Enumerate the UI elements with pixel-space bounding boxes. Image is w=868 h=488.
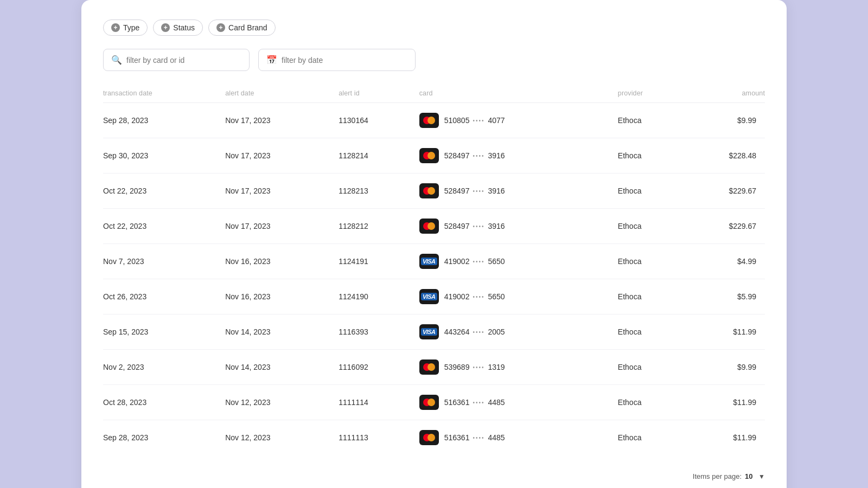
col-transaction-date: transaction date: [103, 84, 225, 103]
card-dots: ••••: [473, 259, 484, 265]
card-icon-visa: VISA: [419, 289, 439, 304]
alert-date: Nov 12, 2023: [225, 420, 339, 455]
alert-date: Nov 17, 2023: [225, 209, 339, 244]
transaction-date: Sep 30, 2023: [103, 138, 225, 174]
card-brand-filter-button[interactable]: + Card Brand: [208, 20, 276, 36]
type-filter-label: Type: [123, 23, 139, 32]
card-cell: VISA 419002 •••• 5650: [419, 244, 618, 279]
search-icon: 🔍: [111, 55, 122, 65]
amount: $229.67: [689, 174, 765, 209]
type-filter-button[interactable]: + Type: [103, 20, 148, 36]
amount: $9.99: [689, 350, 765, 385]
card-icon-mastercard: [419, 113, 439, 128]
amount: $228.48: [689, 138, 765, 174]
alert-id: 1116393: [339, 314, 419, 350]
mastercard-logo: [423, 399, 435, 406]
card-number: 516361 •••• 4485: [444, 398, 505, 407]
provider: Ethoca: [618, 138, 689, 174]
filter-row: + Type + Status + Card Brand: [103, 20, 765, 36]
alert-date: Nov 17, 2023: [225, 103, 339, 138]
card-dots: ••••: [473, 223, 484, 229]
table-row: Nov 2, 2023 Nov 14, 2023 1116092 539689 …: [103, 350, 765, 385]
col-card: card: [419, 84, 618, 103]
alert-id: 1116092: [339, 350, 419, 385]
card-cell: 528497 •••• 3916: [419, 138, 618, 174]
card-dots: ••••: [473, 153, 484, 159]
table-row: Nov 7, 2023 Nov 16, 2023 1124191 VISA 41…: [103, 244, 765, 279]
table-row: Sep 30, 2023 Nov 17, 2023 1128214 528497…: [103, 138, 765, 174]
card-cell: VISA 419002 •••• 5650: [419, 279, 618, 314]
alert-date: Nov 17, 2023: [225, 138, 339, 174]
transaction-date: Oct 22, 2023: [103, 174, 225, 209]
provider: Ethoca: [618, 174, 689, 209]
transaction-date: Oct 22, 2023: [103, 209, 225, 244]
status-filter-label: Status: [173, 23, 195, 32]
alert-date: Nov 14, 2023: [225, 350, 339, 385]
mastercard-logo: [423, 117, 435, 124]
provider: Ethoca: [618, 209, 689, 244]
card-icon-visa: VISA: [419, 254, 439, 269]
table-row: Oct 22, 2023 Nov 17, 2023 1128212 528497…: [103, 209, 765, 244]
card-dots: ••••: [473, 435, 484, 441]
card-dots: ••••: [473, 188, 484, 194]
provider: Ethoca: [618, 244, 689, 279]
alert-date: Nov 14, 2023: [225, 314, 339, 350]
amount: $11.99: [689, 385, 765, 420]
card-icon-mastercard: [419, 183, 439, 198]
provider: Ethoca: [618, 314, 689, 350]
table-row: Oct 26, 2023 Nov 16, 2023 1124190 VISA 4…: [103, 279, 765, 314]
col-alert-date: alert date: [225, 84, 339, 103]
transaction-date: Sep 28, 2023: [103, 420, 225, 455]
visa-logo: VISA: [421, 328, 437, 336]
alert-id: 1124190: [339, 279, 419, 314]
card-number: 419002 •••• 5650: [444, 292, 505, 301]
alert-date: Nov 16, 2023: [225, 279, 339, 314]
footer-row: Items per page: 10 25 50 ▼: [103, 468, 765, 480]
card-icon-mastercard: [419, 219, 439, 234]
card-dots: ••••: [473, 294, 484, 300]
calendar-icon: 📅: [266, 55, 277, 65]
card-search-input[interactable]: [126, 56, 241, 65]
col-alert-id: alert id: [339, 84, 419, 103]
mastercard-logo: [423, 152, 435, 159]
alert-id: 1111114: [339, 385, 419, 420]
table-header-row: transaction date alert date alert id car…: [103, 84, 765, 103]
date-search-input[interactable]: [282, 56, 407, 65]
card-dots: ••••: [473, 118, 484, 124]
card-icon-mastercard: [419, 359, 439, 375]
provider: Ethoca: [618, 420, 689, 455]
alert-date: Nov 16, 2023: [225, 244, 339, 279]
card-icon-mastercard: [419, 148, 439, 163]
provider: Ethoca: [618, 279, 689, 314]
amount: $229.67: [689, 209, 765, 244]
card-number: 510805 •••• 4077: [444, 116, 505, 125]
mastercard-logo: [423, 187, 435, 195]
card-dots: ••••: [473, 329, 484, 335]
mastercard-logo: [423, 434, 435, 441]
card-number: 443264 •••• 2005: [444, 328, 505, 336]
alert-id: 1128212: [339, 209, 419, 244]
card-dots: ••••: [473, 364, 484, 370]
card-search-wrap: 🔍: [103, 49, 250, 71]
dropdown-arrow-icon: ▼: [758, 473, 765, 480]
plus-icon: +: [216, 23, 225, 32]
card-brand-filter-label: Card Brand: [228, 23, 267, 32]
card-cell: 516361 •••• 4485: [419, 420, 618, 455]
amount: $11.99: [689, 314, 765, 350]
card-cell: 528497 •••• 3916: [419, 209, 618, 244]
items-per-page: Items per page: 10 25 50 ▼: [693, 472, 765, 480]
card-dots: ••••: [473, 400, 484, 406]
status-filter-button[interactable]: + Status: [153, 20, 203, 36]
amount: $11.99: [689, 420, 765, 455]
date-search-wrap: 📅: [258, 49, 416, 71]
card-number: 528497 •••• 3916: [444, 187, 505, 195]
transaction-date: Nov 7, 2023: [103, 244, 225, 279]
provider: Ethoca: [618, 350, 689, 385]
table-row: Oct 22, 2023 Nov 17, 2023 1128213 528497…: [103, 174, 765, 209]
transaction-date: Oct 26, 2023: [103, 279, 225, 314]
mastercard-logo: [423, 363, 435, 371]
items-per-page-select[interactable]: 10 25 50: [745, 472, 755, 480]
provider: Ethoca: [618, 103, 689, 138]
alert-id: 1128214: [339, 138, 419, 174]
plus-icon: +: [161, 23, 170, 32]
